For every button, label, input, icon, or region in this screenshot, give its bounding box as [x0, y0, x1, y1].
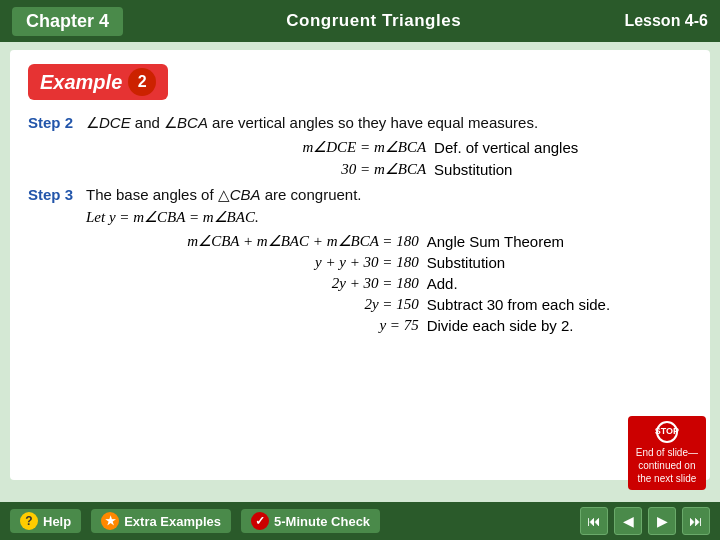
- math-table-step2: m∠DCE = m∠BCA Def. of vertical angles 30…: [86, 136, 692, 180]
- reason-cell: Add.: [423, 273, 692, 294]
- header-bar: Chapter 4 Congruent Triangles Lesson 4-6: [0, 0, 720, 42]
- reason-cell: Substitution: [423, 252, 692, 273]
- help-label: Help: [43, 514, 71, 529]
- end-of-slide-box: STOP End of slide— continued on the next…: [628, 416, 706, 490]
- reason-cell: Angle Sum Theorem: [423, 230, 692, 252]
- extra-label: Extra Examples: [124, 514, 221, 529]
- example-label: Example: [40, 71, 122, 94]
- let-statement: Let y = m∠CBA = m∠BAC.: [28, 208, 692, 226]
- nav-buttons: ⏮ ◀ ▶ ⏭: [580, 507, 710, 535]
- formula-cell: 30 = m∠BCA: [86, 158, 430, 180]
- lesson-label: Lesson 4-6: [624, 12, 708, 30]
- reason-cell: Def. of vertical angles: [430, 136, 692, 158]
- step3-text: The base angles of △CBA are congruent.: [86, 186, 692, 204]
- end-line3: the next slide: [636, 472, 698, 485]
- main-content: Example 2 Step 2 ∠DCE and ∠BCA are verti…: [10, 50, 710, 480]
- formula-cell: y + y + 30 = 180: [86, 252, 423, 273]
- example-number: 2: [128, 68, 156, 96]
- check-label: 5-Minute Check: [274, 514, 370, 529]
- table-row: y = 75 Divide each side by 2.: [86, 315, 692, 336]
- step2-text: ∠DCE and ∠BCA are vertical angles so the…: [86, 114, 692, 132]
- five-minute-check-button[interactable]: ✓ 5-Minute Check: [241, 509, 380, 533]
- table-row: 30 = m∠BCA Substitution: [86, 158, 692, 180]
- step3-row: Step 3 The base angles of △CBA are congr…: [28, 186, 692, 204]
- reason-cell: Substitution: [430, 158, 692, 180]
- table-row: m∠CBA + m∠BAC + m∠BCA = 180 Angle Sum Th…: [86, 230, 692, 252]
- step2-label: Step 2: [28, 114, 86, 131]
- formula-cell: 2y + 30 = 180: [86, 273, 423, 294]
- help-icon: ?: [20, 512, 38, 530]
- step3-label: Step 3: [28, 186, 86, 203]
- math-table-step3: m∠CBA + m∠BAC + m∠BCA = 180 Angle Sum Th…: [86, 230, 692, 336]
- page-title: Congruent Triangles: [286, 11, 461, 31]
- table-row: 2y = 150 Subtract 30 from each side.: [86, 294, 692, 315]
- extra-icon: ★: [101, 512, 119, 530]
- formula-cell: y = 75: [86, 315, 423, 336]
- table-row: m∠DCE = m∠BCA Def. of vertical angles: [86, 136, 692, 158]
- end-line1: End of slide—: [636, 446, 698, 459]
- nav-first-button[interactable]: ⏮: [580, 507, 608, 535]
- nav-prev-button[interactable]: ◀: [614, 507, 642, 535]
- formula-cell: 2y = 150: [86, 294, 423, 315]
- nav-last-button[interactable]: ⏭: [682, 507, 710, 535]
- footer-buttons: ? Help ★ Extra Examples ✓ 5-Minute Check: [10, 509, 380, 533]
- step2-row: Step 2 ∠DCE and ∠BCA are vertical angles…: [28, 114, 692, 132]
- reason-cell: Divide each side by 2.: [423, 315, 692, 336]
- help-button[interactable]: ? Help: [10, 509, 81, 533]
- formula-cell: m∠DCE = m∠BCA: [86, 136, 430, 158]
- reason-cell: Subtract 30 from each side.: [423, 294, 692, 315]
- check-icon: ✓: [251, 512, 269, 530]
- nav-next-button[interactable]: ▶: [648, 507, 676, 535]
- footer-bar: ? Help ★ Extra Examples ✓ 5-Minute Check…: [0, 502, 720, 540]
- end-line2: continued on: [636, 459, 698, 472]
- table-row: 2y + 30 = 180 Add.: [86, 273, 692, 294]
- extra-examples-button[interactable]: ★ Extra Examples: [91, 509, 231, 533]
- chapter-label: Chapter 4: [12, 7, 123, 36]
- stop-icon: STOP: [656, 421, 678, 443]
- table-row: y + y + 30 = 180 Substitution: [86, 252, 692, 273]
- formula-cell: m∠CBA + m∠BAC + m∠BCA = 180: [86, 230, 423, 252]
- example-badge: Example 2: [28, 64, 168, 100]
